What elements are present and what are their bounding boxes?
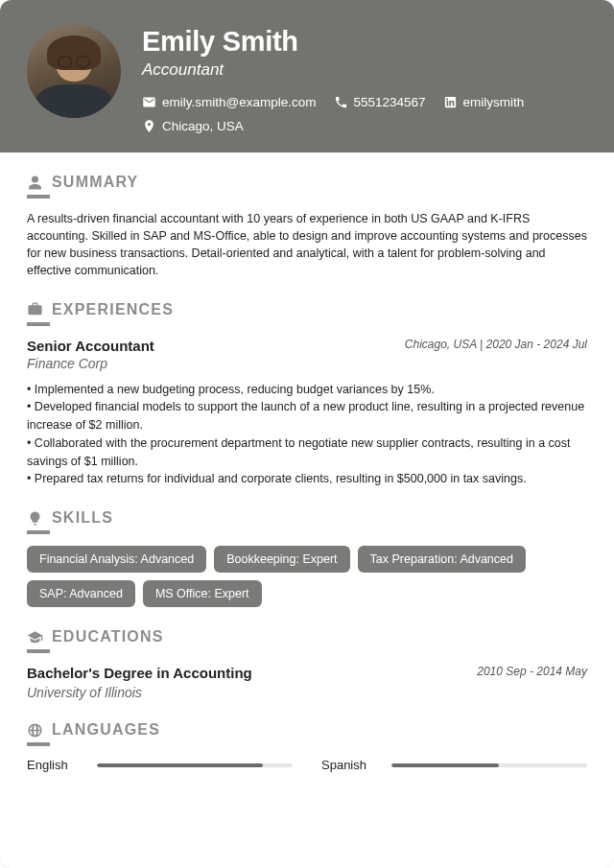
section-underline <box>27 322 50 326</box>
experience-bullets: • Implemented a new budgeting process, r… <box>27 381 587 489</box>
resume-page: Emily Smith Accountant emily.smith@examp… <box>0 0 614 868</box>
section-underline <box>27 742 50 746</box>
experience-item: Senior Accountant Chicago, USA | 2020 Ja… <box>27 338 587 489</box>
header-info: Emily Smith Accountant emily.smith@examp… <box>142 24 587 133</box>
language-bar <box>391 763 587 767</box>
experience-bullet: • Implemented a new budgeting process, r… <box>27 381 587 399</box>
briefcase-icon <box>27 301 43 317</box>
language-fill <box>391 763 499 767</box>
education-item: Bachelor's Degree in Accounting 2010 Sep… <box>27 665 587 700</box>
location-icon <box>142 119 156 133</box>
languages-list: EnglishSpanish <box>27 758 587 772</box>
phone-icon <box>334 95 348 109</box>
language-item: English <box>27 758 293 772</box>
summary-heading: SUMMARY <box>52 174 138 191</box>
contact-phone: 5551234567 <box>334 95 426 109</box>
skills-section: SKILLS Financial Analysis: AdvancedBookk… <box>27 509 587 607</box>
linkedin-text: emilysmith <box>463 95 525 109</box>
skills-chips: Financial Analysis: AdvancedBookkeeping:… <box>27 546 587 607</box>
educations-section: EDUCATIONS Bachelor's Degree in Accounti… <box>27 628 587 700</box>
languages-heading: LANGUAGES <box>52 721 160 739</box>
education-school: University of Illinois <box>27 685 587 700</box>
educations-heading: EDUCATIONS <box>52 628 164 645</box>
body: SUMMARY A results-driven financial accou… <box>0 152 614 799</box>
phone-text: 5551234567 <box>354 95 426 109</box>
language-fill <box>97 763 263 767</box>
skill-chip: MS Office: Expert <box>143 580 262 607</box>
contacts: emily.smith@example.com 5551234567 emily… <box>142 95 587 133</box>
skills-heading: SKILLS <box>52 509 113 527</box>
skill-chip: Financial Analysis: Advanced <box>27 546 206 573</box>
location-text: Chicago, USA <box>162 119 244 133</box>
education-degree: Bachelor's Degree in Accounting <box>27 665 252 681</box>
experiences-section: EXPERIENCES Senior Accountant Chicago, U… <box>27 301 587 489</box>
skill-chip: SAP: Advanced <box>27 580 135 607</box>
email-text: emily.smith@example.com <box>162 95 317 109</box>
name: Emily Smith <box>142 26 587 58</box>
bulb-icon <box>27 510 43 527</box>
experiences-heading: EXPERIENCES <box>52 301 174 318</box>
contact-linkedin: emilysmith <box>443 95 525 109</box>
contact-email: emily.smith@example.com <box>142 95 317 109</box>
email-icon <box>142 95 156 109</box>
avatar <box>27 24 121 118</box>
skill-chip: Tax Preparation: Advanced <box>358 546 526 573</box>
language-item: Spanish <box>321 758 587 772</box>
contact-location: Chicago, USA <box>142 119 244 133</box>
job-title: Accountant <box>142 60 587 80</box>
summary-text: A results-driven financial accountant wi… <box>27 210 587 280</box>
language-name: Spanish <box>321 758 374 772</box>
linkedin-icon <box>443 95 458 109</box>
header: Emily Smith Accountant emily.smith@examp… <box>0 0 614 152</box>
section-underline <box>27 649 50 653</box>
experience-company: Finance Corp <box>27 356 587 371</box>
person-icon <box>27 175 43 191</box>
experience-meta: Chicago, USA | 2020 Jan - 2024 Jul <box>405 338 587 351</box>
experience-bullet: • Prepared tax returns for individual an… <box>27 470 587 488</box>
graduation-icon <box>27 629 43 645</box>
experience-title: Senior Accountant <box>27 338 154 354</box>
experience-bullet: • Developed financial models to support … <box>27 398 587 434</box>
language-name: English <box>27 758 80 772</box>
education-dates: 2010 Sep - 2014 May <box>477 665 587 678</box>
section-underline <box>27 530 50 534</box>
experience-bullet: • Collaborated with the procurement depa… <box>27 434 587 471</box>
language-bar <box>97 763 293 767</box>
languages-section: LANGUAGES EnglishSpanish <box>27 721 587 772</box>
summary-section: SUMMARY A results-driven financial accou… <box>27 174 587 280</box>
globe-icon <box>27 722 43 739</box>
section-underline <box>27 195 50 199</box>
skill-chip: Bookkeeping: Expert <box>214 546 349 573</box>
